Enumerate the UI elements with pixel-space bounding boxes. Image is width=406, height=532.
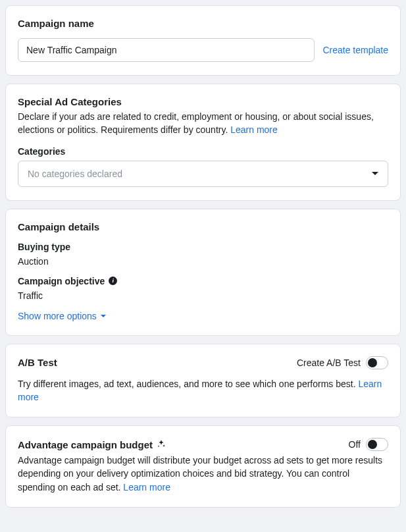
special-ad-desc-text: Declare if your ads are related to credi… xyxy=(18,111,374,135)
toggle-knob xyxy=(368,440,377,449)
categories-label: Categories xyxy=(18,146,388,157)
campaign-name-card: Campaign name Create template xyxy=(5,5,401,76)
campaign-details-card: Campaign details Buying type Auction Cam… xyxy=(5,209,401,336)
advantage-budget-card: Advantage campaign budget Off Advantage … xyxy=(5,425,401,508)
advantage-budget-toggle[interactable] xyxy=(366,438,388,451)
advantage-toggle-group: Off xyxy=(349,438,388,451)
campaign-objective-value: Traffic xyxy=(18,290,388,301)
categories-placeholder: No categories declared xyxy=(28,169,122,179)
ab-test-toggle-group: Create A/B Test xyxy=(297,356,388,369)
ab-test-desc-text: Try different images, ad text, audiences… xyxy=(18,379,359,389)
advantage-title: Advantage campaign budget xyxy=(18,439,153,450)
show-more-options-link[interactable]: Show more options xyxy=(18,311,106,321)
sparkle-icon xyxy=(157,439,166,448)
campaign-details-title: Campaign details xyxy=(18,221,388,232)
ab-test-title: A/B Test xyxy=(18,357,57,368)
special-ad-learn-more-link[interactable]: Learn more xyxy=(230,124,278,135)
ab-test-toggle[interactable] xyxy=(366,356,388,369)
special-ad-card: Special Ad Categories Declare if your ad… xyxy=(5,84,401,201)
ab-test-card: A/B Test Create A/B Test Try different i… xyxy=(5,344,401,418)
campaign-name-input[interactable] xyxy=(18,38,315,62)
advantage-description: Advantage campaign budget will distribut… xyxy=(18,454,388,494)
info-icon[interactable]: i xyxy=(109,277,117,285)
show-more-text: Show more options xyxy=(18,311,97,321)
buying-type-value: Auction xyxy=(18,256,388,267)
buying-type-label: Buying type xyxy=(18,242,388,252)
advantage-state-label: Off xyxy=(349,439,361,450)
page-root: Campaign name Create template Special Ad… xyxy=(0,0,406,532)
advantage-desc-text: Advantage campaign budget will distribut… xyxy=(18,455,382,492)
campaign-objective-label: Campaign objective xyxy=(18,276,105,286)
ab-test-description: Try different images, ad text, audiences… xyxy=(18,377,388,404)
advantage-header: Advantage campaign budget Off xyxy=(18,438,388,451)
campaign-name-row: Create template xyxy=(18,38,388,62)
chevron-down-icon xyxy=(101,315,106,317)
advantage-title-row: Advantage campaign budget xyxy=(18,439,166,450)
special-ad-title: Special Ad Categories xyxy=(18,96,388,107)
campaign-objective-label-row: Campaign objective i xyxy=(18,276,388,286)
create-template-link[interactable]: Create template xyxy=(322,45,388,55)
campaign-name-title: Campaign name xyxy=(18,18,388,29)
advantage-learn-more-link[interactable]: Learn more xyxy=(123,482,170,492)
create-ab-test-label: Create A/B Test xyxy=(297,358,361,368)
chevron-down-icon xyxy=(372,172,378,175)
categories-select[interactable]: No categories declared xyxy=(18,161,388,187)
toggle-knob xyxy=(368,358,377,367)
special-ad-description: Declare if your ads are related to credi… xyxy=(18,110,388,137)
ab-test-header: A/B Test Create A/B Test xyxy=(18,356,388,369)
